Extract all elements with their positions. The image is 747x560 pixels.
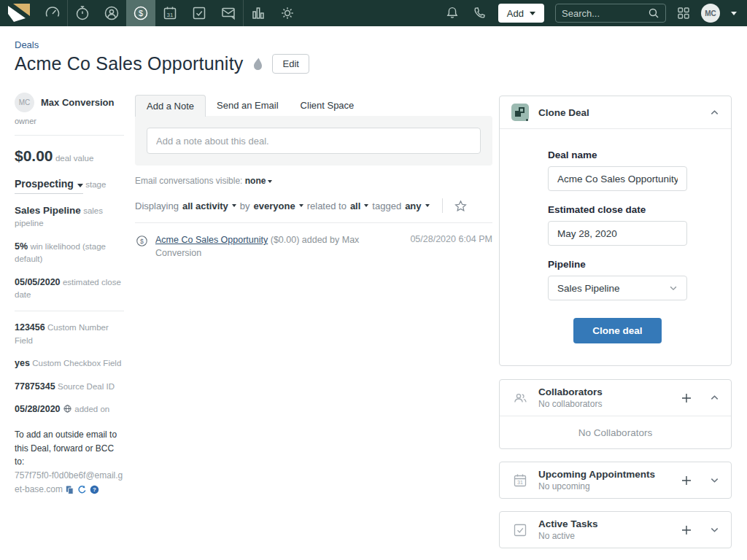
collaborators-header[interactable]: Collaborators No collaborators xyxy=(500,380,731,416)
feed-item: $ Acme Co Sales Opportunity ($0.00) adde… xyxy=(135,234,492,260)
appointments-header[interactable]: 31 Upcoming Appointments No upcoming xyxy=(500,462,731,498)
caret-down-icon xyxy=(77,184,83,187)
stage-label: stage xyxy=(85,180,106,189)
caret-down-icon xyxy=(364,204,368,207)
nav-dashboard[interactable] xyxy=(38,0,67,26)
nav-calendar[interactable]: 31 xyxy=(155,0,185,26)
appointments-widget: 31 Upcoming Appointments No upcoming xyxy=(499,462,732,499)
pipeline-select[interactable]: Sales Pipeline xyxy=(548,276,687,300)
edit-button[interactable]: Edit xyxy=(272,54,309,74)
refresh-icon[interactable] xyxy=(77,485,87,494)
widgets-column: Clone Deal Deal name Estimated close dat… xyxy=(499,96,732,560)
add-button-label: Add xyxy=(507,8,524,19)
add-collaborator-plus-icon[interactable] xyxy=(681,392,692,404)
sell-logo[interactable] xyxy=(0,0,38,26)
nav-reports[interactable] xyxy=(244,0,273,26)
filter-related-dropdown[interactable]: all xyxy=(350,201,360,211)
communications-icon xyxy=(220,4,237,22)
note-input[interactable] xyxy=(147,128,481,154)
deals-icon: $ xyxy=(132,4,150,22)
notifications-bell-icon[interactable] xyxy=(444,5,460,21)
close-date-input[interactable] xyxy=(548,221,687,246)
field-added-on: 05/28/2020 added on xyxy=(15,402,124,416)
pipeline-label: Pipeline xyxy=(548,259,687,270)
caret-down-icon xyxy=(232,204,236,207)
globe-icon xyxy=(63,404,72,413)
search-box xyxy=(555,4,666,23)
phone-icon[interactable] xyxy=(471,5,487,21)
nav-contacts[interactable] xyxy=(97,0,126,26)
chevron-down-icon[interactable] xyxy=(710,525,719,534)
feed-item-timestamp: 05/28/2020 6:04 PM xyxy=(410,234,492,244)
tab-add-a-note[interactable]: Add a Note xyxy=(135,95,206,117)
clone-deal-widget: Clone Deal Deal name Estimated close dat… xyxy=(499,96,732,366)
add-appointment-plus-icon[interactable] xyxy=(681,475,692,486)
source-deal-id-label: Source Deal ID xyxy=(58,382,115,391)
note-composer-panel xyxy=(135,116,492,166)
field-pipeline: Sales Pipeline sales pipeline xyxy=(15,203,124,230)
clone-deal-header[interactable]: Clone Deal xyxy=(500,96,731,128)
clone-deal-app-icon xyxy=(511,104,529,121)
user-menu-caret-icon[interactable] xyxy=(731,12,737,15)
search-icon xyxy=(648,7,659,19)
field-deal-value: $0.00 deal value xyxy=(15,145,124,167)
chevron-up-icon[interactable] xyxy=(710,108,719,117)
forward-email-block: To add an outside email to this Deal, fo… xyxy=(15,428,124,496)
nav-tasks[interactable] xyxy=(185,0,214,26)
collaborators-title: Collaborators xyxy=(538,386,681,397)
deal-dollar-icon: $ xyxy=(135,234,149,248)
field-source-deal-id: 77875345 Source Deal ID xyxy=(15,380,124,393)
clone-deal-button[interactable]: Clone deal xyxy=(573,318,661,343)
deal-detail-sidebar: MC Max Conversion owner $0.00 deal value… xyxy=(15,93,124,496)
filter-activity-dropdown[interactable]: all activity xyxy=(182,201,228,211)
custom-checkbox-label: Custom Checkbox Field xyxy=(32,359,121,368)
added-on-value: 05/28/2020 xyxy=(15,404,61,414)
stage-dropdown[interactable]: Prospecting xyxy=(15,176,83,193)
tasks-header[interactable]: Active Tasks No active xyxy=(500,512,731,548)
caret-down-icon xyxy=(530,12,535,15)
email-visibility-dropdown[interactable]: none xyxy=(245,176,266,186)
search-input[interactable] xyxy=(562,8,648,19)
svg-text:$: $ xyxy=(140,238,144,245)
filter-by-dropdown[interactable]: everyone xyxy=(254,201,295,211)
filter-tagged-dropdown[interactable]: any xyxy=(405,201,421,211)
deal-value-label: deal value xyxy=(55,154,93,163)
nav-settings[interactable] xyxy=(273,0,302,26)
collaborators-widget: Collaborators No collaborators No Collab… xyxy=(499,379,732,449)
tasks-widget: Active Tasks No active xyxy=(499,511,732,548)
help-icon[interactable]: ? xyxy=(90,485,99,494)
filter-related-label: related to xyxy=(307,201,347,211)
task-check-icon xyxy=(511,521,529,539)
add-task-plus-icon[interactable] xyxy=(681,524,692,536)
breadcrumb-deals-link[interactable]: Deals xyxy=(15,39,309,50)
page-title: Acme Co Sales Opportunity xyxy=(15,53,243,74)
settings-icon xyxy=(279,4,296,22)
chevron-up-icon[interactable] xyxy=(710,393,719,402)
feed-deal-link[interactable]: Acme Co Sales Opportunity xyxy=(155,235,268,245)
reports-icon xyxy=(249,4,267,22)
caret-down-icon xyxy=(299,204,303,207)
add-button[interactable]: Add xyxy=(498,4,544,23)
nav-deals[interactable]: $ xyxy=(126,0,155,26)
owner-role-label: owner xyxy=(15,117,124,125)
clone-deal-form: Deal name Estimated close date Pipeline … xyxy=(500,129,731,365)
tab-send-an-email[interactable]: Send an Email xyxy=(206,95,290,116)
activity-column: Add a Note Send an Email Client Space Em… xyxy=(135,95,492,260)
star-icon[interactable] xyxy=(454,199,468,213)
top-navbar: $ 31 xyxy=(0,0,747,26)
deal-name-label: Deal name xyxy=(548,149,687,160)
apps-grid-icon[interactable] xyxy=(677,7,690,20)
tasks-icon xyxy=(190,4,208,22)
tab-client-space[interactable]: Client Space xyxy=(290,95,365,116)
field-custom-checkbox: yes Custom Checkbox Field xyxy=(15,357,124,370)
user-avatar[interactable]: MC xyxy=(701,4,720,23)
email-visibility-row: Email conversations visible: none xyxy=(135,176,492,186)
composer-tabs: Add a Note Send an Email Client Space xyxy=(135,95,492,116)
sell-logo-icon xyxy=(8,4,30,23)
nav-leads[interactable] xyxy=(68,0,97,26)
deal-name-input[interactable] xyxy=(548,166,687,191)
nav-communications[interactable] xyxy=(214,0,243,26)
field-stage: Prospecting stage xyxy=(15,176,124,193)
copy-icon[interactable] xyxy=(65,485,74,494)
chevron-down-icon[interactable] xyxy=(710,475,719,485)
